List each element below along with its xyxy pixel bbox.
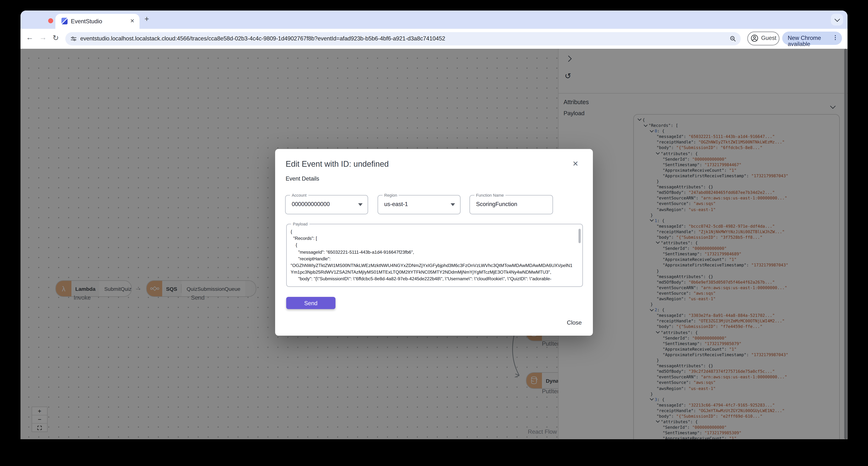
chrome-update-button[interactable]: New Chrome available ⋮	[782, 32, 842, 45]
region-value: us-east-1	[384, 201, 408, 207]
payload-text[interactable]: { "Records": [ { "messageId": "65032221-…	[291, 229, 573, 282]
payload-field-label: Payload	[291, 222, 309, 227]
reload-button[interactable]: ↻	[53, 33, 59, 42]
screen: EventStudio ✕ + ← → ↻ eventstudio.localh…	[0, 0, 868, 466]
region-label: Region	[382, 193, 399, 198]
payload-textarea[interactable]: Payload { "Records": [ { "messageId": "6…	[286, 224, 583, 287]
window-close-button[interactable]	[48, 18, 53, 23]
url-text[interactable]: eventstudio.localhost.localstack.cloud:4…	[80, 35, 445, 41]
url-bar[interactable]: eventstudio.localhost.localstack.cloud:4…	[65, 32, 741, 46]
function-name-label: Function Name	[474, 193, 505, 198]
send-button[interactable]: Send	[286, 297, 336, 309]
kebab-menu-icon[interactable]: ⋮	[833, 34, 838, 40]
textarea-scrollbar[interactable]	[579, 229, 581, 243]
profile-label: Guest	[761, 35, 776, 41]
new-tab-button[interactable]: +	[145, 14, 149, 23]
close-button[interactable]: Close	[567, 319, 582, 326]
back-button[interactable]: ←	[26, 33, 34, 41]
dropdown-caret-icon[interactable]	[358, 203, 363, 206]
modal-title: Edit Event with ID: undefined	[286, 159, 389, 168]
tab-strip: EventStudio ✕ +	[21, 10, 847, 29]
profile-button[interactable]: Guest	[747, 32, 779, 46]
zoom-indicator-icon[interactable]	[730, 35, 736, 42]
page-viewport: λ Lambda SubmitQuizFunction → SQS QuizSu…	[21, 49, 847, 439]
region-select[interactable]: Region us-east-1	[377, 195, 461, 214]
browser-window: EventStudio ✕ + ← → ↻ eventstudio.localh…	[21, 10, 847, 439]
modal-close-icon[interactable]: ✕	[572, 159, 579, 168]
tab-eventstudio[interactable]: EventStudio ✕	[55, 14, 140, 29]
tab-search-button[interactable]	[831, 14, 843, 26]
tab-close-icon[interactable]: ✕	[130, 18, 134, 24]
person-icon	[751, 34, 758, 42]
tab-title: EventStudio	[71, 18, 102, 24]
dropdown-caret-icon[interactable]	[451, 203, 455, 206]
function-name-field[interactable]: Function Name ScoringFunction	[469, 195, 553, 214]
edit-event-modal: Edit Event with ID: undefined ✕ Event De…	[275, 149, 593, 336]
event-details-label: Event Details	[286, 176, 319, 182]
account-select[interactable]: Account 000000000000	[285, 195, 368, 214]
browser-toolbar: ← → ↻ eventstudio.localhost.localstack.c…	[21, 29, 847, 49]
account-label: Account	[290, 193, 308, 198]
eventstudio-favicon-icon	[61, 18, 67, 24]
chevron-down-icon	[835, 17, 840, 22]
account-value: 000000000000	[292, 201, 330, 207]
function-name-value: ScoringFunction	[476, 201, 517, 207]
forward-button[interactable]: →	[39, 33, 47, 41]
site-settings-icon[interactable]	[70, 35, 77, 42]
